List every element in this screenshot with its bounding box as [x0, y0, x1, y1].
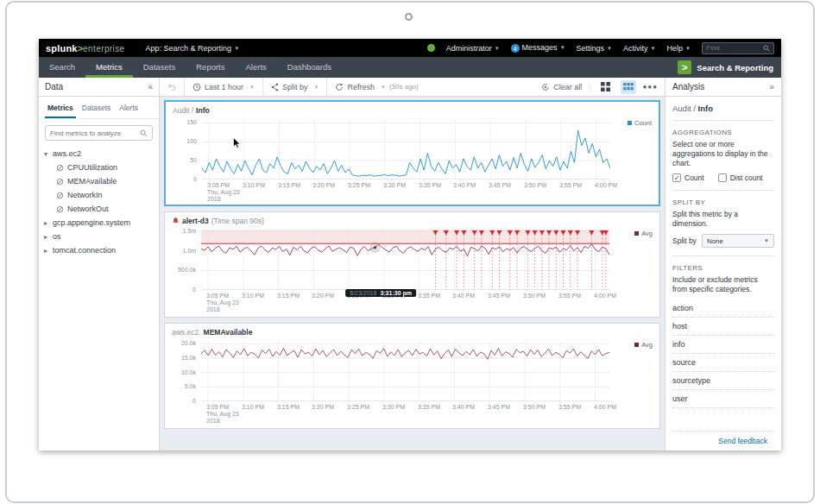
aggregation-checkbox-count[interactable]: ✓Count — [672, 173, 704, 182]
x-tick-label: 3:15 PM — [278, 182, 300, 188]
tree-node-os[interactable]: ▸os — [39, 230, 159, 243]
refresh-button[interactable]: Refresh▼ (30s ago) — [327, 78, 426, 96]
filter-item-source[interactable]: source — [672, 354, 774, 372]
status-icon[interactable] — [427, 44, 435, 52]
split-by-button[interactable]: Split by▼ — [263, 78, 327, 96]
clock-icon — [192, 83, 201, 91]
chevron-down-icon: ▼ — [381, 85, 386, 90]
filters-section: FILTERS Include or exclude metrics from … — [672, 256, 774, 408]
aggregations-description: Select one or more aggregations to displ… — [672, 140, 774, 168]
tree-leaf-NetworkOut[interactable]: NetworkOut — [39, 202, 159, 216]
chart-panel-memavailable[interactable]: aws.ec2.MEMAvailable 05.0k10.0k15.0k20.0… — [164, 323, 660, 429]
chart-canvas-audit-info[interactable]: 050100150Count3:05 PM3:10 PM3:15 PM3:20 … — [173, 116, 652, 203]
find-input[interactable] — [706, 44, 763, 52]
metrics-search-input[interactable] — [50, 129, 140, 137]
chart-title: Info — [196, 106, 210, 115]
tree-node-label: gcp.appengine.system — [53, 218, 130, 227]
app-badge[interactable]: > Search & Reporting — [678, 57, 781, 78]
tree-node-gcp.appengine.system[interactable]: ▸gcp.appengine.system — [39, 216, 159, 230]
filter-item-action[interactable]: action — [672, 299, 774, 318]
chart-title-prefix: aws.ec2. — [172, 328, 201, 337]
messages-count-badge: 4 — [511, 44, 520, 53]
split-by-section: SPLIT BY Split this metric by a dimensio… — [672, 191, 774, 256]
nav-tab-alerts[interactable]: Alerts — [236, 57, 277, 78]
nav-tab-dashboards[interactable]: Dashboards — [277, 57, 342, 78]
splunk-logo[interactable]: splunk>enterprise — [46, 43, 125, 54]
legend-label: Count — [634, 119, 652, 127]
send-feedback-link[interactable]: Send feedback — [718, 437, 767, 445]
y-tick-label: 0 — [172, 287, 196, 293]
analysis-title: Analysis — [672, 82, 704, 91]
settings-menu[interactable]: Settings▼ — [577, 44, 612, 53]
chart-panel-alert-d3[interactable]: alert-d3 (Time span 90s) 0500.0k1.0m1.5m… — [164, 211, 660, 318]
list-view-button[interactable] — [621, 80, 636, 94]
clear-all-button[interactable]: Clear all — [541, 83, 582, 91]
x-tick-label: 4:00 PM — [594, 293, 616, 299]
x-axis-date-label: 2018 — [206, 418, 220, 424]
x-tick-label: 3:35 PM — [419, 182, 441, 188]
chevron-down-icon: ▼ — [764, 238, 769, 243]
sidebar-tab-metrics[interactable]: Metrics — [45, 102, 76, 118]
x-tick-label: 3:40 PM — [452, 293, 475, 299]
chevron-down-icon: ▾ — [44, 150, 53, 158]
chevron-down-icon: ▼ — [560, 45, 565, 50]
time-range-picker[interactable]: Last 1 hour▼ — [185, 78, 263, 96]
nav-items: SearchMetricsDatasetsReportsAlertsDashbo… — [39, 57, 342, 78]
split-by-select[interactable]: None ▼ — [702, 234, 774, 248]
search-icon — [140, 129, 148, 137]
x-tick-label: 3:10 PM — [242, 293, 264, 299]
y-tick-label: 0 — [173, 176, 197, 182]
tree-leaf-CPUUtilization[interactable]: CPUUtilization — [39, 161, 159, 174]
grid-view-button[interactable] — [598, 80, 614, 94]
expand-panel-icon[interactable]: » — [769, 82, 774, 91]
aggregation-checkbox-dist-count[interactable]: Dist count — [718, 173, 763, 182]
filter-item-sourcetype[interactable]: sourcetype — [672, 372, 774, 390]
filter-item-info[interactable]: info — [672, 336, 774, 354]
help-menu[interactable]: Help▼ — [667, 44, 691, 53]
more-options-button[interactable]: ●●● — [643, 83, 659, 91]
sidebar-tab-datasets[interactable]: Datasets — [79, 102, 114, 118]
sidebar-tab-alerts[interactable]: Alerts — [117, 102, 141, 118]
legend-swatch — [628, 121, 632, 125]
y-tick-label: 50 — [173, 157, 197, 163]
filter-item-host[interactable]: host — [672, 318, 774, 336]
messages-menu[interactable]: 4Messages▼ — [511, 43, 565, 54]
line-chart-plot[interactable] — [202, 119, 610, 180]
chevron-down-icon: ▼ — [234, 46, 239, 51]
nav-tab-search[interactable]: Search — [39, 57, 85, 78]
chevron-down-icon: ▼ — [495, 46, 500, 51]
tree-node-tomcat.connection[interactable]: ▸tomcat.connection — [39, 243, 159, 257]
chevron-right-icon: ▸ — [44, 219, 53, 227]
user-menu[interactable]: Administrator▼ — [446, 44, 500, 53]
tree-leaf-NetworkIn[interactable]: NetworkIn — [39, 188, 159, 202]
back-button[interactable] — [160, 78, 185, 96]
nav-tab-reports[interactable]: Reports — [186, 57, 235, 78]
chart-x-axis: 3:05 PM3:10 PM3:15 PM3:20 PM3:25 PM3:30 … — [202, 181, 616, 202]
nav-tab-datasets[interactable]: Datasets — [133, 57, 186, 78]
sidebar-tabs: MetricsDatasetsAlerts — [39, 97, 159, 119]
find-search[interactable] — [702, 42, 774, 54]
time-range-label: Last 1 hour — [205, 83, 243, 91]
nav-tab-metrics[interactable]: Metrics — [85, 57, 133, 78]
chart-canvas-alert-d3[interactable]: 0500.0k1.0m1.5mAvg3:05 PM3:10 PM3:15 PM3… — [172, 226, 653, 313]
line-chart-plot[interactable] — [201, 230, 609, 290]
aggregation-options: ✓CountDist count — [672, 173, 774, 182]
chart-title-suffix: (Time span 90s) — [211, 217, 264, 225]
mouse-cursor-icon — [233, 136, 241, 152]
aggregations-heading: AGGREGATIONS — [672, 129, 774, 136]
tree-node-aws.ec2[interactable]: ▾aws.ec2 — [39, 147, 159, 161]
split-by-description: Split this metric by a dimension. — [672, 210, 774, 229]
tree-leaf-MEMAvailable[interactable]: MEMAvailable — [39, 174, 159, 188]
x-tick-label: 3:50 PM — [524, 182, 546, 188]
metrics-search[interactable] — [45, 125, 153, 141]
activity-menu[interactable]: Activity▼ — [623, 44, 655, 53]
app-menu[interactable]: App: Search & Reporting▼ — [146, 44, 240, 53]
legend-label: Avg — [641, 341, 653, 349]
line-chart-plot[interactable] — [201, 341, 609, 401]
refresh-label: Refresh — [347, 83, 375, 91]
filter-item-user[interactable]: user — [672, 390, 774, 408]
chevron-down-icon: ▼ — [314, 85, 319, 90]
chart-canvas-memavailable[interactable]: 05.0k10.0k15.0k20.0kAvg3:05 PM3:10 PM3:1… — [172, 337, 653, 425]
chart-panel-audit-info[interactable]: Audit / Info 050100150Count3:05 PM3:10 P… — [164, 100, 660, 206]
collapse-sidebar-icon[interactable]: « — [148, 82, 153, 91]
